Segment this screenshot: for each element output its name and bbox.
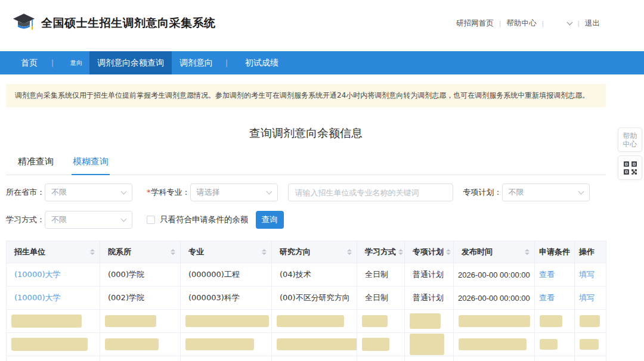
plan-cell: 普通计划 [405, 287, 454, 310]
table-header-row: 招生单位 院系所 专业 研究方向 学习方式 专项计划 发布时间 申请条件 操作 [7, 241, 606, 263]
view-condition-link[interactable]: 查看 [539, 270, 555, 279]
redacted-cell [459, 315, 530, 327]
col-header-direction[interactable]: 研究方向 [272, 241, 357, 263]
query-tabs: 精准查询 模糊查询 [6, 157, 606, 175]
keyword-input[interactable] [288, 183, 453, 201]
col-header-major[interactable]: 专业 [181, 241, 272, 263]
study-mode-select[interactable]: 不限 [45, 211, 132, 229]
separator: | [577, 20, 580, 27]
nav-exam-score[interactable]: 初试成绩 [228, 51, 292, 74]
tab-fuzzy-query[interactable]: 模糊查询 [72, 157, 110, 175]
app-logo: 全国硕士生招生调剂意向采集系统 [12, 13, 216, 34]
subject-label: *学科专业： [147, 187, 190, 198]
publish-time-cell: 2026-00-00 00:00:00 [454, 287, 535, 310]
tab-precise-query[interactable]: 精准查询 [17, 157, 55, 175]
publish-time-cell: 2026-00-00 00:00:00 [454, 263, 535, 287]
unit-link[interactable]: (10000)大学 [14, 293, 61, 302]
dept-cell: (002)学院 [100, 287, 181, 310]
province-label: 所在省市： [6, 187, 45, 198]
link-logout[interactable]: 退出 [585, 18, 600, 29]
nav-intent-small[interactable]: 意向 [54, 51, 89, 74]
col-header-study[interactable]: 学习方式 [357, 241, 405, 263]
view-condition-link[interactable]: 查看 [539, 293, 555, 302]
redacted-cell [362, 315, 388, 327]
chevron-down-icon [266, 188, 272, 194]
chevron-down-icon [121, 216, 127, 222]
sort-icon[interactable] [347, 249, 352, 255]
table-row-redacted [7, 333, 606, 356]
table-row [7, 356, 606, 361]
plan-label: 专项计划： [463, 187, 502, 198]
sort-icon[interactable] [398, 249, 403, 255]
subject-select[interactable]: 请选择 [190, 183, 278, 201]
redacted-cell [540, 315, 562, 327]
app-title: 全国硕士生招生调剂意向采集系统 [41, 15, 216, 31]
table-row-redacted [7, 310, 606, 333]
search-button[interactable]: 查询 [256, 211, 284, 229]
help-center-label: 帮助中心 [623, 132, 638, 148]
major-cell: (000003)科学 [181, 287, 272, 310]
redacted-cell [459, 338, 527, 350]
chevron-down-icon [121, 188, 127, 194]
redacted-cell [185, 338, 254, 350]
redacted-cell [185, 315, 269, 327]
sort-icon[interactable] [446, 249, 451, 255]
float-help-center-button[interactable]: 帮助中心 [618, 127, 642, 152]
redacted-cell [277, 315, 344, 327]
province-select[interactable]: 不限 [45, 183, 132, 201]
filter-form: 所在省市： 不限 *学科专业： 请选择 专项计划： 不限 学习方式： 不限 [6, 183, 606, 229]
col-header-publish-time[interactable]: 发布时间 [454, 241, 535, 263]
col-header-dept[interactable]: 院系所 [100, 241, 181, 263]
filter-row-1: 所在省市： 不限 *学科专业： 请选择 专项计划： 不限 [6, 183, 606, 201]
study-cell: 全日制 [357, 287, 405, 310]
nav-balance-query[interactable]: 调剂意向余额查询 [89, 51, 172, 74]
only-eligible-label[interactable]: 只看符合申请条件的余额 [160, 214, 249, 225]
dept-cell: (000)学院 [100, 263, 181, 287]
page-title: 查询调剂意向余额信息 [6, 125, 606, 141]
sort-icon[interactable] [90, 249, 95, 255]
redacted-cell [580, 339, 599, 350]
col-header-action: 操作 [575, 241, 606, 263]
float-qr-code-button[interactable] [618, 155, 642, 180]
required-asterisk: * [147, 188, 151, 197]
sort-icon[interactable] [171, 249, 175, 255]
redacted-cell [540, 339, 558, 350]
user-menu-chevron-down-icon[interactable] [567, 20, 573, 26]
redacted-cell [277, 338, 357, 350]
redacted-cell [362, 338, 389, 351]
subject-select-value: 请选择 [197, 187, 220, 198]
results-table: 招生单位 院系所 专业 研究方向 学习方式 专项计划 发布时间 申请条件 操作 … [6, 241, 606, 361]
direction-cell: (04)技术 [272, 263, 357, 287]
major-cell: (000000)工程 [181, 263, 272, 287]
province-select-value: 不限 [51, 187, 67, 198]
separator: | [499, 20, 501, 27]
nav-intent[interactable]: 调剂意向 [172, 51, 225, 74]
col-header-unit[interactable]: 招生单位 [7, 241, 100, 263]
separator: | [542, 20, 544, 27]
table-row: (10000)大学 (000)学院 (000000)工程 (04)技术 全日制 … [7, 263, 606, 287]
sort-icon[interactable] [525, 249, 530, 255]
plan-cell: 普通计划 [405, 263, 454, 287]
study-mode-label: 学习方式： [6, 214, 45, 225]
fill-link[interactable]: 填写 [579, 293, 595, 302]
main-content: 调剂意向采集系统仅用于招生单位提前掌握考生调剂意愿情况。参加调剂的考生可在调剂服… [6, 84, 606, 361]
main-nav: 首页 | 意向 调剂意向余额查询 调剂意向 | 初试成绩 [0, 51, 644, 74]
plan-select[interactable]: 不限 [502, 183, 590, 201]
col-header-condition: 申请条件 [535, 241, 575, 263]
nav-home[interactable]: 首页 [7, 51, 51, 74]
only-eligible-checkbox[interactable] [147, 216, 155, 224]
redacted-cell [105, 315, 156, 327]
unit-link[interactable]: (10000)大学 [14, 270, 61, 279]
redacted-cell [105, 338, 159, 350]
sort-icon[interactable] [262, 249, 267, 255]
link-help-center[interactable]: 帮助中心 [507, 18, 537, 29]
table-row: (10000)大学 (002)学院 (000003)科学 (00)不区分研究方向… [7, 287, 606, 310]
study-cell: 全日制 [357, 263, 405, 287]
fill-link[interactable]: 填写 [579, 270, 595, 279]
link-yanzhao-home[interactable]: 研招网首页 [456, 18, 494, 29]
chevron-down-icon [578, 188, 584, 194]
top-header: 全国硕士生招生调剂意向采集系统 研招网首页 | 帮助中心 | | 退出 [0, 0, 644, 51]
header-links: 研招网首页 | 帮助中心 | | 退出 [456, 18, 600, 29]
col-header-plan[interactable]: 专项计划 [405, 241, 454, 263]
direction-cell: (00)不区分研究方向 [272, 287, 357, 310]
